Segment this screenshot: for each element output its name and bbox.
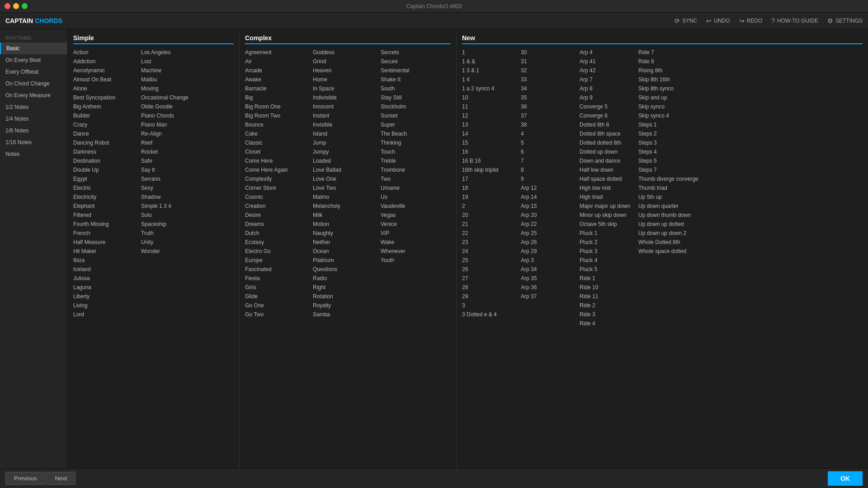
new-col2-item-25[interactable]: Arp 35 (521, 274, 575, 283)
new-col3-item-7[interactable]: Converge 6 (580, 111, 634, 120)
complex-col2-item-17[interactable]: Melancholy (313, 202, 372, 211)
simple-col2-item-13[interactable]: Say It (141, 165, 200, 174)
new-col2-item-5[interactable]: 35 (521, 93, 575, 102)
new-col1-item-11[interactable]: 16 (462, 147, 516, 156)
complex-col2-item-2[interactable]: Heaven (313, 66, 372, 75)
new-col3-item-17[interactable]: Major major up down (580, 202, 634, 211)
new-col1-item-18[interactable]: 20 (462, 211, 516, 220)
new-col1-item-8[interactable]: 13 (462, 120, 516, 129)
new-col1-item-5[interactable]: 10 (462, 93, 516, 102)
complex-col3-item-6[interactable]: Stockholm (381, 102, 439, 111)
complex-col3-item-9[interactable]: The Beach (381, 129, 439, 138)
new-col2-item-17[interactable]: Arp 15 (521, 202, 575, 211)
complex-col3-item-7[interactable]: Sunset (381, 111, 439, 120)
complex-col2-item-5[interactable]: Indivisible (313, 93, 372, 102)
new-col1-item-27[interactable]: 29 (462, 292, 516, 301)
complex-col1-item-16[interactable]: Cosmic (245, 192, 304, 202)
new-col1-item-0[interactable]: 1 (462, 48, 516, 57)
simple-col1-item-18[interactable]: Filtered (73, 211, 132, 220)
complex-col2-item-3[interactable]: Home (313, 75, 372, 84)
complex-col2-item-0[interactable]: Goddess (313, 48, 372, 57)
complex-col3-item-11[interactable]: Touch (381, 147, 439, 156)
simple-col2-item-17[interactable]: Simple 1 3 4 (141, 202, 200, 211)
complex-col2-item-27[interactable]: Rotation (313, 292, 372, 301)
new-col2-item-21[interactable]: Arp 26 (521, 238, 575, 247)
simple-col1-item-17[interactable]: Elephant (73, 202, 132, 211)
complex-col1-item-8[interactable]: Bounce (245, 120, 304, 129)
new-col3-item-5[interactable]: Arp 9 (580, 93, 634, 102)
complex-col2-item-11[interactable]: Jumpy (313, 147, 372, 156)
simple-col2-item-16[interactable]: Shadow (141, 192, 200, 202)
simple-col1-item-6[interactable]: Big Anthem (73, 102, 132, 111)
simple-col2-item-20[interactable]: Truth (141, 229, 200, 238)
complex-col1-item-17[interactable]: Creation (245, 202, 304, 211)
complex-col2-item-26[interactable]: Right (313, 283, 372, 292)
complex-col1-item-3[interactable]: Awake (245, 75, 304, 84)
complex-col2-item-25[interactable]: Radio (313, 274, 372, 283)
complex-col3-item-5[interactable]: Stay Still (381, 93, 439, 102)
complex-col2-item-9[interactable]: Island (313, 129, 372, 138)
complex-col3-item-15[interactable]: Umame (381, 183, 439, 192)
simple-col2-item-10[interactable]: Reef (141, 138, 200, 147)
simple-col2-item-22[interactable]: Wonder (141, 247, 200, 256)
simple-col2-item-12[interactable]: Safe (141, 156, 200, 165)
new-col3-item-0[interactable]: Arp 4 (580, 48, 634, 57)
new-col4-item-18[interactable]: Up down thumb down (638, 211, 698, 220)
complex-col2-item-22[interactable]: Ocean (313, 247, 372, 256)
complex-col2-item-28[interactable]: Royalty (313, 301, 372, 310)
new-col1-item-24[interactable]: 26 (462, 265, 516, 274)
complex-col1-item-14[interactable]: Complexify (245, 174, 304, 183)
new-col2-item-4[interactable]: 34 (521, 84, 575, 93)
simple-col2-item-2[interactable]: Machine (141, 66, 200, 75)
complex-col2-item-14[interactable]: Love One (313, 174, 372, 183)
complex-col2-item-7[interactable]: Instant (313, 111, 372, 120)
new-col4-item-4[interactable]: Skip 8th synco (638, 84, 698, 93)
new-col4-item-11[interactable]: Steps 4 (638, 147, 698, 156)
simple-col1-item-23[interactable]: Ibiza (73, 256, 132, 265)
complex-col1-item-9[interactable]: Cake (245, 129, 304, 138)
sidebar-item-quarter-notes[interactable]: 1/4 Notes (0, 113, 67, 125)
new-col2-item-0[interactable]: 30 (521, 48, 575, 57)
new-col1-item-25[interactable]: 27 (462, 274, 516, 283)
simple-col2-item-4[interactable]: Moving (141, 84, 200, 93)
new-col1-item-17[interactable]: 2 (462, 202, 516, 211)
new-col2-item-3[interactable]: 33 (521, 75, 575, 84)
simple-col2-item-21[interactable]: Unity (141, 238, 200, 247)
new-col1-item-1[interactable]: 1 & & (462, 57, 516, 66)
new-col4-item-20[interactable]: Up down up down 2 (638, 229, 698, 238)
next-button[interactable]: Next (47, 472, 76, 485)
new-col3-item-19[interactable]: Octave 5th skip (580, 220, 634, 229)
new-col1-item-7[interactable]: 12 (462, 111, 516, 120)
simple-col2-item-15[interactable]: Sexy (141, 183, 200, 192)
complex-col2-item-12[interactable]: Loaded (313, 156, 372, 165)
complex-col3-item-23[interactable]: Youth (381, 256, 439, 265)
new-col4-item-15[interactable]: Thumb triad (638, 183, 698, 192)
simple-col2-item-9[interactable]: Re-Align (141, 129, 200, 138)
complex-col3-item-2[interactable]: Sentimental (381, 66, 439, 75)
simple-col2-item-6[interactable]: Oldie Goodie (141, 102, 200, 111)
sync-button[interactable]: ⟳ SYNC (675, 17, 697, 24)
new-col2-item-22[interactable]: Arp 29 (521, 247, 575, 256)
simple-col1-item-3[interactable]: Almost On Beat (73, 75, 132, 84)
new-col1-item-15[interactable]: 18 (462, 183, 516, 192)
sidebar-item-notes[interactable]: Notes (0, 148, 67, 160)
new-col3-item-1[interactable]: Arp 41 (580, 57, 634, 66)
new-col1-item-29[interactable]: 3 Dotted e & 4 (462, 310, 516, 319)
complex-col1-item-29[interactable]: Go Two (245, 310, 304, 319)
complex-col2-item-6[interactable]: Innocent (313, 102, 372, 111)
minimize-button[interactable] (13, 3, 19, 9)
simple-col1-item-11[interactable]: Darkness (73, 147, 132, 156)
simple-col1-item-1[interactable]: Addiction (73, 57, 132, 66)
new-col2-item-12[interactable]: 7 (521, 156, 575, 165)
new-col4-item-16[interactable]: Up 5th up (638, 192, 698, 202)
complex-col1-item-24[interactable]: Fascinated (245, 265, 304, 274)
simple-col1-item-24[interactable]: Iceland (73, 265, 132, 274)
new-col3-item-16[interactable]: High triad (580, 192, 634, 202)
complex-col3-item-17[interactable]: Vaudeville (381, 202, 439, 211)
complex-col3-item-14[interactable]: Two (381, 174, 439, 183)
new-col1-item-22[interactable]: 24 (462, 247, 516, 256)
new-col1-item-2[interactable]: 1 3 & 1 (462, 66, 516, 75)
new-col3-item-22[interactable]: Pluck 3 (580, 247, 634, 256)
new-col1-item-28[interactable]: 3 (462, 301, 516, 310)
complex-col2-item-23[interactable]: Platinum (313, 256, 372, 265)
